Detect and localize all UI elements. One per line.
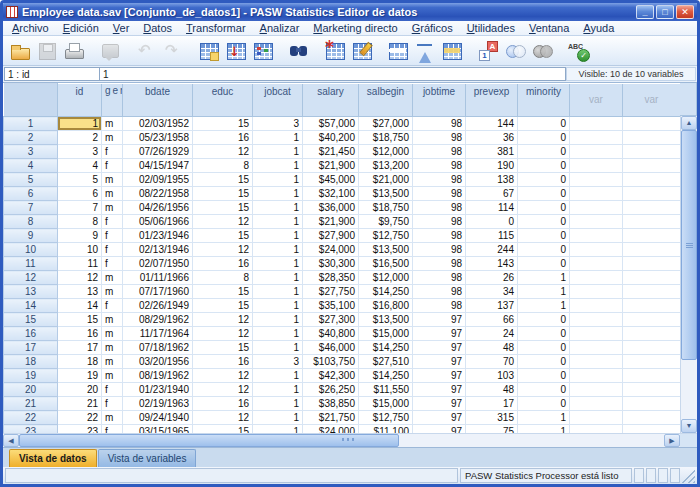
cell-5-jobcat[interactable]: 1 (253, 173, 303, 187)
show-all-variables-button[interactable] (529, 38, 555, 64)
cell-13-var1[interactable] (570, 285, 623, 299)
cell-4-minority[interactable]: 0 (518, 159, 570, 173)
weight-cases-button[interactable] (412, 38, 438, 64)
cell-13-minority[interactable]: 1 (518, 285, 570, 299)
cell-13-id[interactable]: 13 (58, 285, 102, 299)
cell-20-gender[interactable]: f (102, 383, 123, 397)
cell-23-var1[interactable] (570, 425, 623, 434)
cell-15-educ[interactable]: 12 (193, 313, 253, 327)
cell-9-educ[interactable]: 15 (193, 229, 253, 243)
cell-7-jobtime[interactable]: 98 (413, 201, 466, 215)
cell-15-jobcat[interactable]: 1 (253, 313, 303, 327)
cell-22-var1[interactable] (570, 411, 623, 425)
cell-23-id[interactable]: 23 (58, 425, 102, 434)
cell-21-var1[interactable] (570, 397, 623, 411)
cell-21-minority[interactable]: 0 (518, 397, 570, 411)
column-header-prevexp[interactable]: prevexp (466, 84, 518, 117)
cell-5-var2[interactable] (623, 173, 681, 187)
cell-11-salbegin[interactable]: $16,500 (359, 257, 413, 271)
cell-21-educ[interactable]: 16 (193, 397, 253, 411)
cell-11-var2[interactable] (623, 257, 681, 271)
scroll-right-icon[interactable]: ▶ (664, 434, 680, 447)
cell-16-minority[interactable]: 0 (518, 327, 570, 341)
row-header-6[interactable]: 6 (4, 187, 58, 201)
cell-2-var2[interactable] (623, 131, 681, 145)
cell-10-salbegin[interactable]: $13,500 (359, 243, 413, 257)
cell-8-id[interactable]: 8 (58, 215, 102, 229)
cell-6-educ[interactable]: 15 (193, 187, 253, 201)
cell-19-jobtime[interactable]: 97 (413, 369, 466, 383)
cell-21-prevexp[interactable]: 17 (466, 397, 518, 411)
cell-23-minority[interactable]: 1 (518, 425, 570, 434)
cell-12-prevexp[interactable]: 26 (466, 271, 518, 285)
cell-15-gender[interactable]: m (102, 313, 123, 327)
cell-19-minority[interactable]: 0 (518, 369, 570, 383)
menu-item-transformar[interactable]: Transformar (179, 21, 253, 35)
column-header-salary[interactable]: salary (303, 84, 359, 117)
cell-5-bdate[interactable]: 02/09/1955 (123, 173, 193, 187)
cell-22-educ[interactable]: 12 (193, 411, 253, 425)
cell-23-educ[interactable]: 15 (193, 425, 253, 434)
cell-17-educ[interactable]: 15 (193, 341, 253, 355)
menu-item-ver[interactable]: Ver (106, 21, 137, 35)
cell-11-minority[interactable]: 0 (518, 257, 570, 271)
cell-21-salary[interactable]: $38,850 (303, 397, 359, 411)
cell-20-jobtime[interactable]: 97 (413, 383, 466, 397)
cell-6-salary[interactable]: $32,100 (303, 187, 359, 201)
cell-3-gender[interactable]: f (102, 145, 123, 159)
cell-19-var1[interactable] (570, 369, 623, 383)
cell-20-jobcat[interactable]: 1 (253, 383, 303, 397)
cell-22-var2[interactable] (623, 411, 681, 425)
cell-15-var1[interactable] (570, 313, 623, 327)
cell-23-jobcat[interactable]: 1 (253, 425, 303, 434)
cell-10-var2[interactable] (623, 243, 681, 257)
pane-splitter-handle[interactable] (342, 438, 356, 441)
cell-18-bdate[interactable]: 03/20/1956 (123, 355, 193, 369)
cell-8-gender[interactable]: f (102, 215, 123, 229)
cell-9-var2[interactable] (623, 229, 681, 243)
cell-14-jobtime[interactable]: 98 (413, 299, 466, 313)
cell-2-minority[interactable]: 0 (518, 131, 570, 145)
cell-7-educ[interactable]: 15 (193, 201, 253, 215)
cell-18-jobcat[interactable]: 3 (253, 355, 303, 369)
cell-14-var2[interactable] (623, 299, 681, 313)
cell-11-gender[interactable]: f (102, 257, 123, 271)
selected-cell[interactable]: 1 (58, 117, 102, 131)
cell-17-minority[interactable]: 0 (518, 341, 570, 355)
cell-4-jobtime[interactable]: 98 (413, 159, 466, 173)
cell-11-jobcat[interactable]: 1 (253, 257, 303, 271)
cell-12-jobcat[interactable]: 1 (253, 271, 303, 285)
cell-23-salary[interactable]: $24,000 (303, 425, 359, 434)
cell-1-gender[interactable]: m (102, 117, 123, 131)
row-header-18[interactable]: 18 (4, 355, 58, 369)
cell-22-gender[interactable]: m (102, 411, 123, 425)
tab-vista-de-datos[interactable]: Vista de datos (9, 449, 97, 467)
column-header-id[interactable]: id (58, 84, 102, 117)
cell-1-prevexp[interactable]: 144 (466, 117, 518, 131)
cell-2-educ[interactable]: 16 (193, 131, 253, 145)
cell-3-jobcat[interactable]: 1 (253, 145, 303, 159)
column-header-salbegin[interactable]: salbegin (359, 84, 413, 117)
cell-6-prevexp[interactable]: 67 (466, 187, 518, 201)
cell-18-var1[interactable] (570, 355, 623, 369)
cell-4-prevexp[interactable]: 190 (466, 159, 518, 173)
cell-23-jobtime[interactable]: 97 (413, 425, 466, 434)
cell-16-prevexp[interactable]: 24 (466, 327, 518, 341)
cell-10-educ[interactable]: 12 (193, 243, 253, 257)
cell-9-gender[interactable]: f (102, 229, 123, 243)
cell-7-gender[interactable]: m (102, 201, 123, 215)
cell-16-salary[interactable]: $40,800 (303, 327, 359, 341)
cell-2-bdate[interactable]: 05/23/1958 (123, 131, 193, 145)
cell-17-prevexp[interactable]: 48 (466, 341, 518, 355)
cell-7-id[interactable]: 7 (58, 201, 102, 215)
cell-11-prevexp[interactable]: 143 (466, 257, 518, 271)
cell-21-bdate[interactable]: 02/19/1963 (123, 397, 193, 411)
row-header-1[interactable]: 1 (4, 117, 58, 131)
cell-8-jobtime[interactable]: 98 (413, 215, 466, 229)
cell-7-prevexp[interactable]: 114 (466, 201, 518, 215)
cell-12-minority[interactable]: 1 (518, 271, 570, 285)
column-header-bdate[interactable]: bdate (123, 84, 193, 117)
row-header-13[interactable]: 13 (4, 285, 58, 299)
cell-11-salary[interactable]: $30,300 (303, 257, 359, 271)
use-variable-sets-button[interactable] (502, 38, 528, 64)
